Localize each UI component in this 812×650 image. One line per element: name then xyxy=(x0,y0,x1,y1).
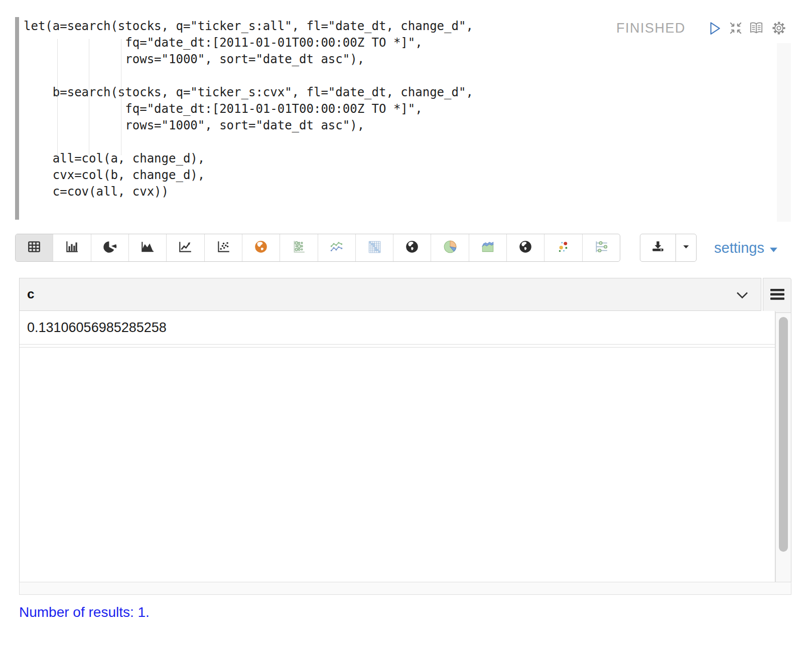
cell-value: 0.13106056985285258 xyxy=(27,320,167,335)
chart-button-bar-chart[interactable] xyxy=(53,234,91,261)
vertical-scrollbar-thumb[interactable] xyxy=(779,317,788,552)
show-editor-button[interactable] xyxy=(748,21,764,37)
line-chart-icon xyxy=(178,239,193,256)
chart-button-globe-map-dark[interactable] xyxy=(393,234,431,261)
download-options-button[interactable] xyxy=(676,234,696,261)
chart-button-globe-map-orange[interactable] xyxy=(242,234,280,261)
globe-orange-icon xyxy=(253,239,268,256)
chart-button-parallel-sliders[interactable] xyxy=(583,234,620,261)
chart-button-pie-chart[interactable] xyxy=(91,234,129,261)
table-row[interactable]: 0.13106056985285258 xyxy=(20,311,775,345)
bar-chart-icon xyxy=(64,239,79,256)
chart-type-toolbar xyxy=(15,234,620,262)
hamburger-menu-icon xyxy=(769,288,785,303)
settings-toggle[interactable]: settings xyxy=(714,236,778,259)
area-color-icon xyxy=(480,239,495,256)
gear-icon xyxy=(771,20,787,38)
heatmap-icon xyxy=(367,239,382,256)
download-button[interactable] xyxy=(640,234,676,261)
chart-button-multi-line-chart[interactable] xyxy=(318,234,356,261)
row-separator xyxy=(20,347,775,348)
bubble-matrix-icon xyxy=(291,239,306,256)
indent-guide xyxy=(89,39,89,155)
parallel-sliders-icon xyxy=(594,239,609,256)
caret-down-icon xyxy=(681,241,692,254)
column-header-c[interactable]: c xyxy=(27,278,34,309)
scatter-color-icon xyxy=(556,239,571,256)
globe-dark-icon xyxy=(518,239,533,256)
table-header-row: c xyxy=(19,278,761,311)
code-editor[interactable]: let(a=search(stocks, q="ticker_s:all", f… xyxy=(15,15,791,223)
caret-down-icon xyxy=(769,240,778,256)
indent-guide xyxy=(57,39,58,155)
chart-button-scatter-chart[interactable] xyxy=(205,234,242,261)
settings-label: settings xyxy=(714,240,764,256)
chart-button-pie-chart-color[interactable] xyxy=(431,234,469,261)
editor-left-bar xyxy=(15,17,19,220)
indent-guide xyxy=(121,39,121,155)
chart-button-heatmap-grid[interactable] xyxy=(356,234,393,261)
chart-button-table[interactable] xyxy=(16,234,53,261)
chart-button-line-chart[interactable] xyxy=(167,234,204,261)
compress-icon xyxy=(728,21,743,38)
chart-button-bubble-matrix[interactable] xyxy=(280,234,318,261)
results-count: Number of results: 1. xyxy=(19,604,150,620)
table-vertical-scrollbar[interactable] xyxy=(775,313,791,582)
chart-button-globe-map-dark-2[interactable] xyxy=(507,234,545,261)
download-icon xyxy=(650,239,665,256)
table-icon xyxy=(27,239,42,256)
globe-dark-icon xyxy=(404,239,420,256)
chart-button-scatter-color[interactable] xyxy=(545,234,582,261)
play-icon xyxy=(707,21,722,38)
table-horizontal-scrollbar[interactable] xyxy=(19,582,791,595)
paragraph-status: FINISHED xyxy=(616,21,686,36)
table-body: 0.13106056985285258 xyxy=(19,311,775,582)
chart-button-area-chart-color[interactable] xyxy=(469,234,507,261)
column-menu-chevron-icon[interactable] xyxy=(736,291,749,301)
download-split-button xyxy=(640,234,697,262)
paragraph-settings-button[interactable] xyxy=(771,21,787,37)
scatter-chart-icon xyxy=(216,239,231,256)
run-button[interactable] xyxy=(707,21,723,37)
multi-line-icon xyxy=(329,239,344,256)
area-chart-icon xyxy=(140,239,155,256)
collapse-button[interactable] xyxy=(728,21,744,37)
code-text[interactable]: let(a=search(stocks, q="ticker_s:all", f… xyxy=(24,18,473,200)
pie-color-icon xyxy=(443,239,458,256)
grid-menu-button[interactable] xyxy=(763,278,791,313)
pie-chart-icon xyxy=(102,239,117,256)
editor-scrollbar-track[interactable] xyxy=(777,43,791,222)
chart-button-area-chart[interactable] xyxy=(129,234,167,261)
open-book-icon xyxy=(748,21,764,38)
